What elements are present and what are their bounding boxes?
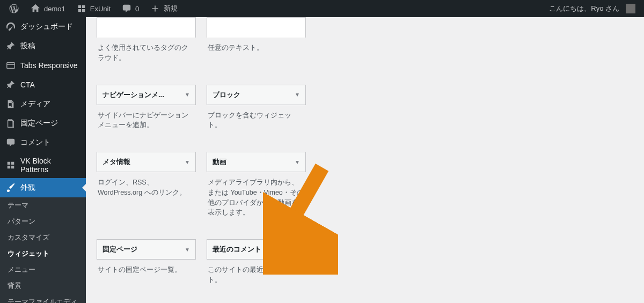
comment-icon	[5, 137, 16, 148]
widget-nav-menu: ナビゲーションメ...▼サイドバーにナビゲーションメニューを追加。	[97, 85, 196, 131]
sidebar-item-label: 外観	[20, 183, 35, 193]
sidebar-item-pages[interactable]: 固定ページ	[0, 114, 86, 133]
widget-desc: サイトの固定ページ一覧。	[97, 260, 196, 275]
widget-title: ブロック	[213, 90, 240, 100]
sidebar-item-appearance[interactable]: 外観	[0, 178, 86, 197]
widget-desc: このサイトの最近のコメント。	[207, 260, 306, 285]
submenu-patterns[interactable]: パターン	[0, 213, 86, 230]
widget-desc: サイドバーにナビゲーションメニューを追加。	[97, 105, 196, 131]
comments-count: 0	[135, 5, 139, 13]
sidebar-item-label: 投稿	[20, 41, 35, 51]
howdy-text: こんにちは、Ryo さん	[549, 4, 619, 13]
submenu-themes[interactable]: テーマ	[0, 197, 86, 213]
sidebar-item-label: メディア	[20, 99, 50, 109]
admin-bar-right: こんにちは、Ryo さん	[545, 0, 640, 17]
widget-tag-cloud: よく使用されているタグのクラウド。	[97, 17, 196, 63]
plus-icon	[150, 3, 160, 14]
home-icon	[30, 3, 41, 14]
widget-head[interactable]: メタ情報▼	[97, 152, 196, 172]
available-widgets: よく使用されているタグのクラウド。 任意のテキスト。 ナビゲーションメ...▼サ…	[97, 17, 322, 303]
grid-icon	[5, 160, 16, 171]
submenu-widgets[interactable]: ウィジェット	[0, 246, 86, 262]
submenu-menus[interactable]: メニュー	[0, 262, 86, 278]
widget-desc: 任意のテキスト。	[207, 38, 306, 53]
admin-sidebar: ダッシュボード 投稿 Tabs Responsive CTA メディア 固定ペー…	[0, 17, 86, 303]
sidebar-item-comments[interactable]: コメント	[0, 133, 86, 152]
wordpress-icon	[9, 3, 19, 14]
widget-head[interactable]	[97, 17, 196, 38]
widget-text: 任意のテキスト。	[207, 17, 306, 63]
sidebar-item-cta[interactable]: CTA	[0, 75, 86, 94]
site-name-text: demo1	[44, 5, 65, 13]
widget-title: ナビゲーションメ...	[103, 90, 164, 100]
widget-head[interactable]: 動画▼	[207, 152, 306, 172]
new-content-menu[interactable]: 新規	[145, 0, 182, 17]
widget-desc: ブロックを含むウィジェット。	[207, 105, 306, 131]
sidebar-item-label: CTA	[20, 80, 35, 89]
widget-head[interactable]: 最近のコメント▼	[207, 239, 306, 260]
widget-pages: 固定ページ▼サイトの固定ページ一覧。	[97, 239, 196, 285]
submenu-theme-file-editor[interactable]: テーマファイルエディター	[0, 294, 86, 303]
widget-title: メタ情報	[103, 157, 130, 167]
widget-block: ブロック▼ブロックを含むウィジェット。	[207, 85, 306, 131]
widget-head[interactable]: ブロック▼	[207, 85, 306, 105]
sidebar-item-dashboard[interactable]: ダッシュボード	[0, 17, 86, 36]
sidebar-item-posts[interactable]: 投稿	[0, 36, 86, 56]
sidebar-item-label: コメント	[20, 138, 50, 147]
dashboard-icon	[5, 21, 16, 32]
comments-menu[interactable]: 0	[117, 0, 143, 17]
widget-head[interactable]: ナビゲーションメ...▼	[97, 85, 196, 105]
exunit-icon	[76, 3, 87, 14]
exunit-menu[interactable]: ExUnit	[72, 0, 115, 17]
admin-bar-left: demo1 ExUnit 0 新規	[4, 0, 182, 17]
sidebar-item-vk-patterns[interactable]: VK Block Patterns	[0, 152, 86, 178]
tabs-icon	[5, 60, 16, 71]
site-name[interactable]: demo1	[26, 0, 70, 17]
brush-icon	[5, 182, 16, 193]
widget-head[interactable]	[207, 17, 306, 38]
sidebar-item-label: ダッシュボード	[20, 22, 73, 32]
new-label: 新規	[164, 4, 178, 13]
admin-bar: demo1 ExUnit 0 新規 こんにちは、Ryo さん	[0, 0, 644, 17]
chevron-down-icon: ▼	[185, 159, 190, 165]
chevron-down-icon: ▼	[295, 247, 300, 253]
widget-title: 動画	[213, 157, 226, 167]
widget-recent-comments: 最近のコメント▼このサイトの最近のコメント。	[207, 239, 306, 285]
svg-rect-3	[8, 121, 12, 128]
sidebar-item-label: 固定ページ	[20, 119, 58, 128]
pin-icon	[5, 41, 16, 51]
svg-rect-0	[7, 63, 14, 69]
widget-title: 固定ページ	[103, 245, 137, 254]
widget-meta: メタ情報▼ログイン、RSS、WordPress.org へのリンク。	[97, 152, 196, 218]
media-icon	[5, 99, 16, 109]
howdy[interactable]: こんにちは、Ryo さん	[545, 0, 640, 17]
chevron-down-icon: ▼	[185, 247, 190, 253]
submenu-background[interactable]: 背景	[0, 278, 86, 294]
page-icon	[5, 118, 16, 129]
chevron-down-icon: ▼	[295, 92, 300, 98]
chevron-down-icon: ▼	[295, 159, 300, 165]
pin-icon	[5, 79, 16, 90]
widget-video: 動画▼メディアライブラリ内から、または YouTube・Vimeo・その他のプロ…	[207, 152, 306, 218]
widget-desc: ログイン、RSS、WordPress.org へのリンク。	[97, 172, 196, 198]
sidebar-item-media[interactable]: メディア	[0, 94, 86, 114]
sidebar-item-tabs-responsive[interactable]: Tabs Responsive	[0, 56, 86, 75]
svg-point-2	[9, 103, 11, 105]
widget-title: 最近のコメント	[213, 245, 261, 254]
wp-logo[interactable]	[4, 0, 24, 17]
avatar	[626, 4, 635, 13]
chevron-down-icon: ▼	[185, 92, 190, 98]
comment-bubble-icon	[121, 3, 132, 14]
sidebar-item-label: Tabs Responsive	[20, 61, 78, 70]
sidebar-item-label: VK Block Patterns	[20, 157, 80, 174]
widget-head[interactable]: 固定ページ▼	[97, 239, 196, 260]
exunit-label: ExUnit	[90, 5, 111, 13]
appearance-submenu: テーマ パターン カスタマイズ ウィジェット メニュー 背景 テーマファイルエデ…	[0, 197, 86, 303]
submenu-customize[interactable]: カスタマイズ	[0, 230, 86, 246]
widget-desc: よく使用されているタグのクラウド。	[97, 38, 196, 63]
widget-desc: メディアライブラリ内から、または YouTube・Vimeo・その他のプロバイダ…	[207, 172, 306, 218]
content-area: よく使用されているタグのクラウド。 任意のテキスト。 ナビゲーションメ...▼サ…	[86, 17, 644, 303]
